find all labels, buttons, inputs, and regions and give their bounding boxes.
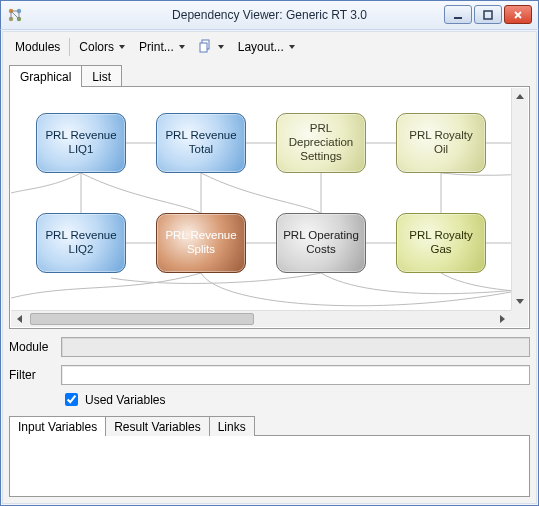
vertical-scrollbar[interactable] <box>511 88 528 310</box>
scrollbar-track[interactable] <box>512 105 528 293</box>
used-variables-checkbox[interactable] <box>65 393 78 406</box>
menu-label: Layout... <box>238 40 284 54</box>
menu-print[interactable]: Print... <box>133 37 191 57</box>
tab-input-variables[interactable]: Input Variables <box>9 416 106 436</box>
dropdown-arrow-icon <box>119 45 125 49</box>
node-label: PRL Revenue LIQ2 <box>41 229 121 257</box>
svg-rect-4 <box>454 17 462 19</box>
app-icon <box>7 7 23 23</box>
svg-rect-5 <box>484 11 492 19</box>
node-label: PRL Royalty Oil <box>401 129 481 157</box>
bottom-tabstrip: Input Variables Result Variables Links <box>9 413 530 435</box>
module-label: Module <box>9 340 55 354</box>
used-variables-label: Used Variables <box>85 393 165 407</box>
close-button[interactable] <box>504 5 532 24</box>
scrollbar-corner <box>511 310 528 327</box>
titlebar[interactable]: Dependency Viewer: Generic RT 3.0 <box>0 0 539 30</box>
menu-label: Colors <box>79 40 114 54</box>
node-prl-revenue-total[interactable]: PRL Revenue Total <box>156 113 246 173</box>
tab-list[interactable]: List <box>81 65 122 87</box>
node-label: PRL Revenue Splits <box>161 229 241 257</box>
node-label: PRL Operating Costs <box>281 229 361 257</box>
node-label: PRL Royalty Gas <box>401 229 481 257</box>
bottom-panel <box>9 435 530 497</box>
filter-label: Filter <box>9 368 55 382</box>
node-prl-depreciation-settings[interactable]: PRL Depreciation Settings <box>276 113 366 173</box>
node-prl-revenue-liq1[interactable]: PRL Revenue LIQ1 <box>36 113 126 173</box>
module-field <box>61 337 530 357</box>
node-prl-royalty-gas[interactable]: PRL Royalty Gas <box>396 213 486 273</box>
node-label: PRL Depreciation Settings <box>281 122 361 163</box>
menu-modules[interactable]: Modules <box>9 37 66 57</box>
node-prl-revenue-liq2[interactable]: PRL Revenue LIQ2 <box>36 213 126 273</box>
scrollbar-track[interactable] <box>28 311 494 327</box>
menu-copy[interactable] <box>193 36 230 59</box>
top-tabstrip: Graphical List <box>9 62 530 86</box>
dropdown-arrow-icon <box>179 45 185 49</box>
menu-label: Modules <box>15 40 60 54</box>
scrollbar-thumb[interactable] <box>30 313 254 325</box>
scroll-down-arrow-icon[interactable] <box>512 293 528 310</box>
graph-canvas[interactable]: PRL Revenue LIQ1 PRL Revenue Total PRL D… <box>11 88 511 310</box>
scroll-right-arrow-icon[interactable] <box>494 311 511 328</box>
node-prl-revenue-splits[interactable]: PRL Revenue Splits <box>156 213 246 273</box>
node-prl-operating-costs[interactable]: PRL Operating Costs <box>276 213 366 273</box>
graph-panel: PRL Revenue LIQ1 PRL Revenue Total PRL D… <box>9 86 530 329</box>
scroll-left-arrow-icon[interactable] <box>11 311 28 328</box>
scroll-up-arrow-icon[interactable] <box>512 88 528 105</box>
maximize-button[interactable] <box>474 5 502 24</box>
horizontal-scrollbar[interactable] <box>11 310 511 327</box>
node-label: PRL Revenue Total <box>161 129 241 157</box>
menu-layout[interactable]: Layout... <box>232 37 301 57</box>
svg-rect-7 <box>200 43 207 52</box>
node-label: PRL Revenue LIQ1 <box>41 129 121 157</box>
menu-label: Print... <box>139 40 174 54</box>
dropdown-arrow-icon <box>289 45 295 49</box>
filter-input[interactable] <box>61 365 530 385</box>
menubar: Modules Colors Print... <box>9 35 530 59</box>
menu-colors[interactable]: Colors <box>73 37 131 57</box>
copy-icon <box>199 39 213 56</box>
tab-graphical[interactable]: Graphical <box>9 65 82 87</box>
minimize-button[interactable] <box>444 5 472 24</box>
tab-result-variables[interactable]: Result Variables <box>105 416 209 436</box>
tab-links[interactable]: Links <box>209 416 255 436</box>
node-prl-royalty-oil[interactable]: PRL Royalty Oil <box>396 113 486 173</box>
menu-separator <box>69 38 70 56</box>
dropdown-arrow-icon <box>218 45 224 49</box>
